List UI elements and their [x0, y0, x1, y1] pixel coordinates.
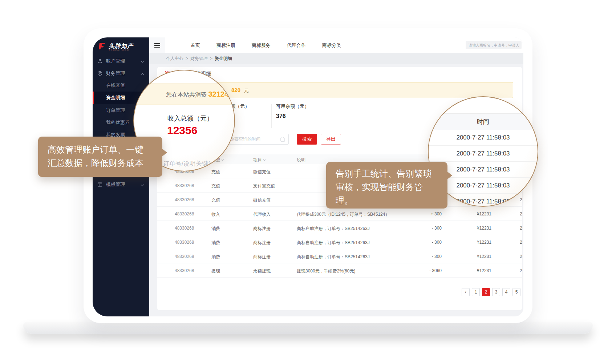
finance-icon	[97, 71, 102, 76]
cell-balance: ¥12231	[477, 211, 491, 217]
cell-type: 充值	[211, 169, 220, 175]
table-row: 48330268 消费 商标注册 商标自助注册，订单号：SB2514263J -…	[157, 221, 522, 235]
cell-type: 消费	[211, 254, 220, 260]
cell-project: 微信充值	[253, 197, 271, 203]
cell-description: 商标自助注册，订单号：SB2514263J	[297, 226, 370, 232]
pagination-page-3[interactable]: 3	[492, 288, 500, 296]
export-button[interactable]: 导出	[321, 134, 341, 145]
cell-order-no: 48330268	[175, 240, 194, 245]
nav-item-agent-cooperation[interactable]: 代理合作	[287, 42, 306, 49]
callout-arrow-right-icon	[162, 149, 167, 157]
pagination-prev-button[interactable]: ‹	[462, 288, 470, 296]
sidebar-item-online-recharge[interactable]: 在线充值	[93, 79, 149, 92]
banner-unit: 元	[244, 88, 249, 94]
pagination: ‹ 1 2 3 4 5	[462, 288, 520, 296]
caret-down-icon	[221, 159, 224, 161]
cell-amount: - 300	[409, 254, 442, 259]
table-row: 48330268 提现 余额提现 提现3000元，手续费2%(60元) - 30…	[157, 263, 522, 278]
breadcrumb-separator: >	[210, 56, 212, 61]
pagination-page-5[interactable]: 5	[512, 288, 520, 296]
cell-project: 微信充值	[253, 169, 271, 175]
top-nav-items: 首页 商标注册 商标服务 代理合作 商标分类	[191, 37, 341, 53]
cell-amount: + 300	[409, 211, 442, 217]
cell-amount: - 300	[409, 240, 442, 245]
nav-item-trademark-service[interactable]: 商标服务	[252, 42, 271, 49]
cell-balance: ¥12231	[477, 226, 491, 231]
table-row: 48330268 收入 代理收入 代理提成300元（ID:1245，订单号：SB…	[157, 207, 522, 221]
sidebar: 头牌知产 TOUPAI.COM 账户管理	[93, 37, 149, 316]
breadcrumb-finance[interactable]: 财务管理	[190, 56, 208, 62]
cell-time: 2000-7-27 11:58:03	[520, 268, 522, 273]
cell-amount: - 3060	[409, 268, 442, 273]
cell-project: 代理收入	[253, 211, 271, 218]
cell-balance: ¥12231	[477, 240, 491, 245]
magnified-income-label: 收入总额（元）	[167, 114, 213, 123]
table-row: 48330268 消费 商标注册 商标自助注册，订单号：SB2514263J -…	[157, 235, 522, 249]
cell-order-no: 48330268	[175, 183, 194, 188]
pagination-page-1[interactable]: 1	[472, 288, 480, 296]
magnified-time-header: 时间	[429, 113, 538, 130]
header-description: 说明	[297, 157, 305, 163]
cell-type: 消费	[211, 240, 220, 246]
chevron-down-icon	[141, 58, 144, 64]
magnified-banner-text: 您在本站共消费 32124 元	[166, 90, 235, 99]
magnified-time-cell: 2000-7-27 11:58:03	[429, 130, 538, 146]
cell-type: 充值	[211, 197, 220, 203]
caret-down-icon	[263, 159, 266, 161]
cell-project: 商标注册	[253, 226, 271, 232]
cell-type: 收入	[211, 211, 220, 218]
chevron-up-icon	[141, 71, 144, 76]
search-button[interactable]: 搜索	[297, 134, 317, 145]
sidebar-item-finance[interactable]: 财务管理	[93, 67, 149, 80]
nav-item-home[interactable]: 首页	[191, 42, 200, 49]
calendar-icon	[280, 137, 285, 143]
logo-subtitle: TOUPAI.COM	[109, 49, 133, 51]
breadcrumb-personal-center[interactable]: 个人中心	[166, 56, 183, 62]
cell-balance: ¥12231	[477, 268, 491, 273]
pagination-page-2[interactable]: 2	[482, 288, 490, 296]
laptop-mockup: 头牌知产 TOUPAI.COM 账户管理	[0, 0, 616, 364]
sidebar-item-template-management[interactable]: 模板管理	[93, 178, 149, 191]
cell-time: 2000-7-27 11:58:03	[520, 211, 522, 217]
breadcrumb-current: 资金明细	[215, 56, 232, 62]
cell-description: 提现3000元，手续费2%(60元)	[297, 268, 355, 274]
header-project[interactable]: 项目	[253, 157, 266, 163]
magnified-income-value: 12356	[167, 124, 197, 137]
cell-balance: ¥12231	[477, 254, 491, 259]
nav-item-trademark-register[interactable]: 商标注册	[216, 42, 235, 49]
cell-project: 商标注册	[253, 254, 271, 260]
trademark-search-input[interactable]	[466, 41, 522, 49]
cell-time: 2000-7-27 11:58:03	[520, 197, 522, 202]
pagination-page-4[interactable]: 4	[502, 288, 510, 296]
nav-item-trademark-category[interactable]: 商标分类	[322, 42, 341, 49]
logo[interactable]: 头牌知产 TOUPAI.COM	[98, 42, 133, 52]
cell-order-no: 48330268	[175, 226, 194, 231]
logo-title: 头牌知产	[109, 43, 133, 49]
cell-order-no: 48330268	[175, 197, 194, 202]
sidebar-item-account[interactable]: 账户管理	[93, 55, 149, 67]
cell-type: 消费	[211, 226, 220, 232]
cell-time: 2000-7-27 11:58:03	[520, 226, 522, 231]
cell-project: 商标注册	[253, 240, 271, 246]
magnified-time-cell: 2000-7-27 11:58:03	[429, 146, 538, 162]
callout-right: 告别手工统计、告别繁琐 审核，实现智能财务管 理。	[326, 162, 447, 209]
cell-time: 2000-7-27 11:58:03	[520, 240, 522, 245]
cell-description: 代理提成300元（ID:1245，订单号：SB45124）	[297, 211, 389, 218]
cell-description: 商标自助注册，订单号：SB2514263J	[297, 254, 370, 260]
cell-order-no: 48330268	[175, 268, 194, 273]
laptop-base	[23, 322, 593, 334]
hamburger-menu-icon[interactable]	[149, 37, 165, 53]
stat-divider	[271, 104, 272, 128]
breadcrumb-separator: >	[186, 56, 188, 61]
user-icon	[97, 58, 102, 64]
top-nav: 首页 商标注册 商标服务 代理合作 商标分类	[149, 37, 523, 53]
breadcrumb: 个人中心 > 财务管理 > 资金明细	[149, 53, 523, 64]
banner-amount-fragment: 820	[231, 87, 240, 93]
cell-order-no: 48330268	[175, 211, 194, 217]
cell-order-no: 48330268	[175, 254, 194, 259]
cell-type: 提现	[211, 268, 220, 274]
callout-arrow-right-icon	[447, 171, 452, 179]
stat-available-balance: 可用余额（元） 376	[276, 103, 309, 120]
cell-amount: - 300	[409, 226, 442, 231]
cell-type: 充值	[211, 183, 220, 189]
